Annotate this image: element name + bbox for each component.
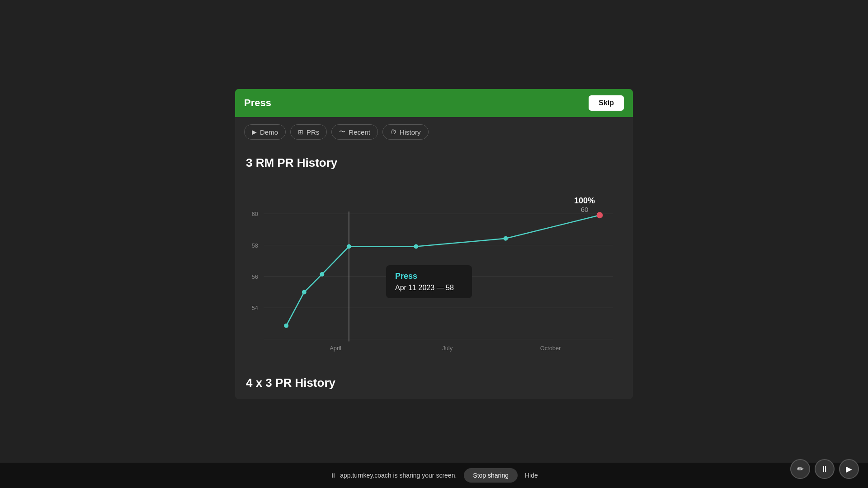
edit-icon: ✏: [797, 464, 804, 474]
pause-icon: ⏸: [821, 465, 829, 474]
more-button[interactable]: ▶: [839, 459, 859, 479]
data-point-selected: [347, 244, 351, 249]
x-label-april: April: [330, 345, 341, 352]
pr-label: 100% 60: [574, 196, 595, 213]
y-label-56: 56: [252, 273, 258, 280]
stop-sharing-button[interactable]: Stop sharing: [464, 468, 518, 483]
chart-tooltip: Press Apr 11 2023 — 58: [386, 265, 472, 298]
edit-button[interactable]: ✏: [790, 459, 810, 479]
prs-icon: ⊞: [298, 128, 303, 136]
tab-history[interactable]: ⏱ History: [382, 124, 429, 140]
app-window: Press Skip ▶ Demo ⊞ PRs 〜 Recent ⏱ Histo…: [235, 89, 633, 399]
x-label-july: July: [442, 345, 453, 352]
data-point: [504, 236, 508, 241]
data-point: [284, 324, 288, 328]
x-label-october: October: [540, 345, 561, 352]
tab-recent[interactable]: 〜 Recent: [331, 124, 378, 140]
nav-tabs: ▶ Demo ⊞ PRs 〜 Recent ⏱ History: [235, 117, 633, 147]
tab-recent-label: Recent: [349, 128, 370, 136]
tab-demo[interactable]: ▶ Demo: [244, 124, 286, 140]
data-point: [414, 244, 418, 249]
share-pause-icon: ⏸: [330, 472, 336, 479]
data-point: [320, 272, 324, 277]
hide-button[interactable]: Hide: [525, 472, 538, 479]
tab-demo-label: Demo: [260, 128, 278, 136]
main-content: 3 RM PR History 60 58 56 54: [235, 147, 633, 399]
history-icon: ⏱: [390, 128, 396, 136]
skip-button[interactable]: Skip: [589, 95, 624, 111]
floating-controls: ✏ ⏸ ▶: [790, 459, 859, 479]
data-point-pr: [597, 212, 603, 218]
tab-history-label: History: [400, 128, 421, 136]
tab-prs[interactable]: ⊞ PRs: [290, 124, 327, 140]
y-label-54: 54: [252, 305, 258, 311]
chart1-container: 60 58 56 54 April July: [246, 177, 622, 367]
screen-share-bar: ⏸ app.turnkey.coach is sharing your scre…: [0, 463, 868, 488]
pause-button[interactable]: ⏸: [815, 459, 835, 479]
y-label-60: 60: [252, 211, 258, 217]
data-point: [302, 290, 307, 295]
demo-icon: ▶: [252, 128, 257, 136]
more-icon: ▶: [846, 464, 852, 474]
app-header: Press Skip: [235, 89, 633, 117]
app-title: Press: [244, 97, 271, 109]
tab-prs-label: PRs: [307, 128, 319, 136]
chart2-title: 4 x 3 PR History: [246, 376, 622, 390]
chart1-title: 3 RM PR History: [246, 156, 622, 170]
pr-value: 60: [574, 206, 595, 213]
tooltip-exercise: Press: [395, 272, 463, 281]
tooltip-date-value: Apr 11 2023 — 58: [395, 284, 463, 292]
pr-percentage: 100%: [574, 196, 595, 206]
recent-icon: 〜: [339, 128, 345, 136]
share-indicator: ⏸ app.turnkey.coach is sharing your scre…: [330, 472, 457, 479]
share-message: app.turnkey.coach is sharing your screen…: [340, 472, 457, 479]
y-label-58: 58: [252, 242, 258, 249]
